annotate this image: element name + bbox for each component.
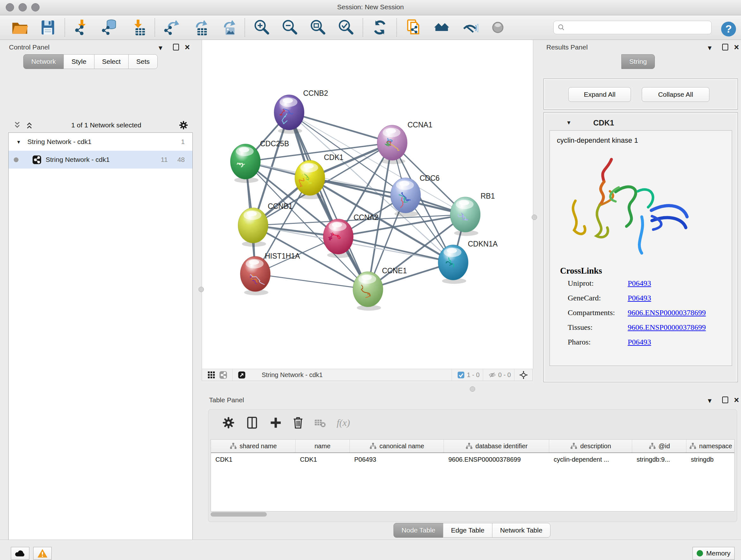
zoom-selected-button[interactable] — [332, 17, 360, 38]
inactive-eye-button[interactable] — [484, 17, 512, 38]
export-network-button[interactable] — [158, 17, 186, 38]
manage-columns-icon[interactable] — [245, 415, 259, 430]
float-panel-icon[interactable] — [171, 44, 181, 52]
import-database-button[interactable] — [96, 17, 124, 38]
network-svg[interactable]: CCNB2 CCNA1 CDC25B CDK1 CDC6 RB1 — [202, 40, 533, 369]
close-panel-icon[interactable]: × — [183, 44, 192, 52]
network-options-gear-icon[interactable] — [178, 120, 189, 131]
column-header-name[interactable]: name — [295, 440, 350, 452]
table-cell[interactable]: P06493 — [350, 456, 444, 463]
table-cell[interactable]: stringdb:9... — [632, 456, 686, 463]
duplicate-attributes-button[interactable] — [400, 17, 428, 38]
apply-function-icon: f(x) — [335, 415, 356, 430]
left-splitter-handle[interactable] — [199, 287, 204, 292]
warnings-button[interactable] — [33, 547, 52, 560]
float-results-icon[interactable] — [720, 44, 730, 52]
network-edge[interactable] — [255, 274, 368, 289]
tab-network[interactable]: Network — [23, 54, 64, 69]
collapse-table-icon[interactable]: ▼ — [705, 396, 715, 405]
import-network-button[interactable] — [68, 17, 96, 38]
network-node-rb1[interactable]: RB1 — [450, 192, 495, 236]
window-title: Session: New Session — [0, 3, 741, 11]
crosslink-link[interactable]: 9606.ENSP00000378699 — [628, 323, 706, 332]
entry-expander-icon[interactable]: ▼ — [566, 120, 571, 126]
table-cell[interactable]: stringdb — [686, 456, 735, 463]
cloud-button[interactable] — [11, 547, 29, 560]
zoom-out-button[interactable] — [276, 17, 304, 38]
close-results-icon[interactable]: × — [732, 44, 741, 52]
tab-string[interactable]: String — [621, 54, 655, 69]
open-in-window-icon[interactable] — [238, 371, 246, 379]
collapse-panel-icon[interactable]: ▼ — [156, 44, 165, 52]
table-row[interactable]: CDK1CDK1P064939606.ENSP00000378699cyclin… — [211, 453, 734, 466]
network-node-ccna1[interactable]: CCNA1 — [377, 121, 432, 164]
expand-all-icon[interactable] — [24, 120, 35, 130]
selected-counts: 1 - 0 — [467, 371, 480, 379]
network-node-ccnb1[interactable]: CCNB1 — [238, 202, 293, 247]
column-header-database-identifier[interactable]: database identifier — [444, 440, 549, 452]
grid-view-icon[interactable] — [207, 371, 216, 379]
collapse-all-icon[interactable] — [12, 120, 22, 130]
zoom-fit-button[interactable] — [304, 17, 332, 38]
tab-style[interactable]: Style — [64, 54, 94, 69]
refresh-view-button[interactable] — [366, 17, 394, 38]
import-table-button[interactable] — [124, 17, 152, 38]
table-cell[interactable]: CDK1 — [211, 456, 295, 463]
crosslink-link[interactable]: 9606.ENSP00000378699 — [628, 308, 706, 317]
home-views-button[interactable] — [428, 17, 456, 38]
horizontal-splitter-handle[interactable] — [470, 386, 475, 392]
table-cell[interactable]: cyclin-dependent ... — [549, 456, 632, 463]
crosslink-link[interactable]: P06493 — [628, 279, 651, 288]
open-session-button[interactable] — [6, 17, 34, 38]
close-table-icon[interactable]: × — [732, 396, 741, 405]
zoom-in-button[interactable] — [248, 17, 276, 38]
column-header-description[interactable]: description — [549, 440, 632, 452]
network-edge[interactable] — [289, 112, 368, 289]
table-cell[interactable]: CDK1 — [295, 456, 350, 463]
network-edge[interactable] — [289, 112, 392, 143]
network-node-ccnb2[interactable]: CCNB2 — [274, 89, 328, 134]
crosslink-row: Tissues: 9606.ENSP00000378699 — [550, 320, 732, 334]
network-node-hist1h1a[interactable]: HIST1H1A — [240, 252, 300, 295]
table-cell[interactable]: 9606.ENSP00000378699 — [444, 456, 549, 463]
collapse-all-button[interactable]: Collapse All — [642, 87, 710, 102]
column-header-canonical-name[interactable]: canonical name — [350, 440, 444, 452]
collection-label: String Network - cdk1 — [27, 138, 91, 145]
network-edge[interactable] — [338, 237, 453, 262]
search-input[interactable] — [565, 21, 711, 34]
share-view-icon[interactable] — [219, 371, 227, 379]
help-button[interactable]: ? — [720, 20, 734, 35]
birdseye-crosshair-icon[interactable] — [519, 371, 528, 379]
collection-expander-icon[interactable]: ▼ — [16, 139, 21, 145]
network-row[interactable]: String Network - cdk1 11 48 — [9, 151, 192, 169]
export-table-button[interactable] — [186, 17, 214, 38]
selected-checkbox[interactable] — [457, 371, 465, 379]
save-session-button[interactable] — [34, 17, 62, 38]
delete-column-icon[interactable] — [291, 415, 306, 430]
network-collection-row[interactable]: ▼ String Network - cdk1 1 — [9, 133, 192, 151]
export-image-button[interactable] — [214, 17, 242, 38]
tab-edge-table[interactable]: Edge Table — [443, 523, 492, 538]
expand-all-button[interactable]: Expand All — [568, 87, 631, 102]
hide-panels-button[interactable] — [456, 17, 484, 38]
table-horizontal-scrollbar[interactable] — [211, 512, 267, 516]
tab-network-table[interactable]: Network Table — [492, 523, 550, 538]
tab-select[interactable]: Select — [94, 54, 129, 69]
network-view-toolbar: String Network - cdk1 1 - 0 0 - 0 — [202, 369, 533, 381]
column-header-shared-name[interactable]: shared name — [211, 440, 295, 452]
table-settings-gear-icon[interactable] — [221, 415, 236, 430]
node-label-hist1h1a: HIST1H1A — [265, 252, 300, 260]
collapse-results-icon[interactable]: ▼ — [705, 44, 715, 52]
add-column-icon[interactable] — [268, 415, 283, 430]
column-header-namespace[interactable]: namespace — [686, 440, 735, 452]
column-header--id[interactable]: @id — [632, 440, 686, 452]
tab-node-table[interactable]: Node Table — [394, 523, 443, 538]
float-table-icon[interactable] — [720, 396, 730, 405]
network-edge[interactable] — [310, 178, 465, 214]
tab-sets[interactable]: Sets — [128, 54, 158, 69]
crosslink-link[interactable]: P06493 — [628, 294, 651, 302]
memory-button[interactable]: Memory — [692, 547, 735, 560]
network-canvas[interactable]: CCNB2 CCNA1 CDC25B CDK1 CDC6 RB1 — [202, 40, 533, 369]
network-node-cdkn1a[interactable]: CDKN1A — [438, 240, 498, 284]
crosslink-link[interactable]: P06493 — [628, 338, 651, 347]
